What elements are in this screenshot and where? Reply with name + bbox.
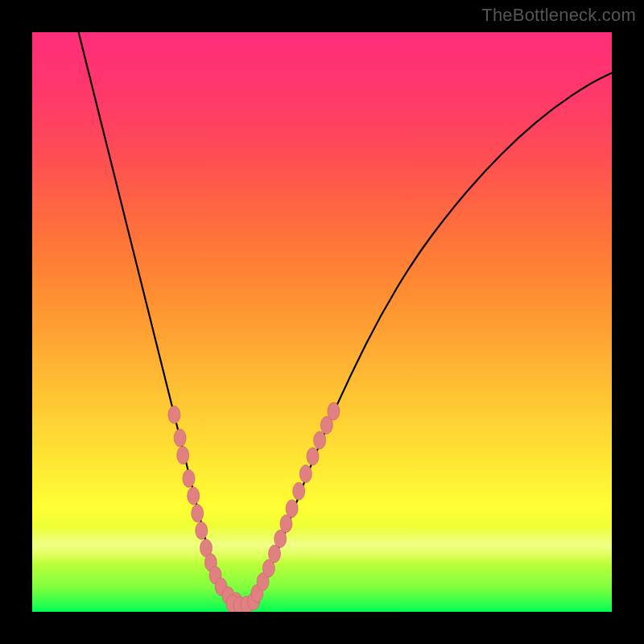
chart-overlay — [32, 32, 612, 612]
data-marker — [269, 545, 281, 563]
data-marker — [209, 567, 221, 584]
data-marker — [280, 515, 292, 533]
markers-right — [251, 402, 340, 602]
data-marker — [200, 539, 213, 557]
data-marker — [320, 416, 332, 434]
data-marker — [215, 578, 227, 596]
data-marker — [192, 505, 204, 522]
watermark-text: TheBottleneck.com — [481, 5, 636, 26]
markers-left — [168, 406, 242, 610]
chart-frame: TheBottleneck.com — [0, 0, 644, 644]
data-marker — [233, 597, 246, 612]
data-marker — [248, 592, 260, 610]
curve-left-branch — [79, 32, 242, 606]
data-marker — [196, 522, 208, 539]
data-marker — [177, 447, 189, 464]
data-marker — [307, 448, 319, 465]
data-marker — [222, 587, 234, 605]
data-marker — [257, 573, 269, 591]
data-marker — [251, 584, 263, 602]
plot-area — [32, 32, 612, 612]
data-marker — [226, 595, 238, 612]
highlight-band — [32, 526, 612, 564]
data-marker — [293, 482, 305, 500]
data-marker — [286, 500, 298, 518]
data-marker — [188, 487, 200, 505]
data-marker — [230, 592, 242, 610]
markers-bottom — [226, 592, 260, 612]
data-marker — [241, 596, 253, 612]
data-marker — [262, 559, 275, 577]
data-marker — [174, 429, 186, 447]
data-marker — [204, 554, 217, 572]
data-marker — [314, 431, 326, 449]
data-marker — [328, 402, 340, 420]
data-marker — [275, 530, 287, 547]
data-marker — [168, 406, 180, 423]
data-marker — [183, 469, 195, 487]
curve-right-branch — [241, 72, 612, 605]
data-marker — [299, 465, 312, 483]
